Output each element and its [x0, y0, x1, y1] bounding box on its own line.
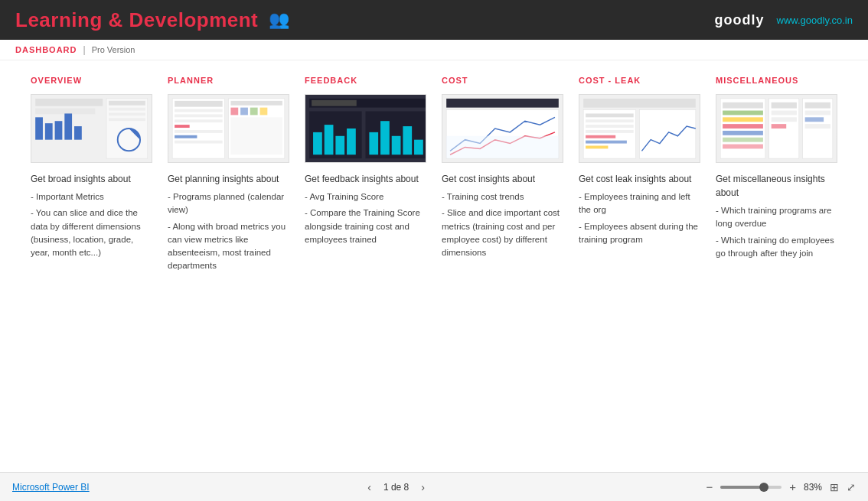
svg-rect-67: [723, 124, 763, 129]
svg-rect-73: [772, 117, 797, 122]
svg-rect-55: [586, 125, 634, 128]
card-cost[interactable]: COST Get cost insights about- Training c…: [442, 76, 563, 275]
zoom-percent: 83%: [804, 482, 822, 493]
footer-center: ‹ 1 de 8 ›: [363, 480, 429, 495]
list-item: - Programs planned (calendar view): [168, 189, 289, 219]
svg-rect-19: [175, 119, 223, 122]
card-description-costleak: Get cost leak insights about- Employees …: [579, 172, 700, 248]
zoom-out-button[interactable]: −: [703, 479, 716, 495]
svg-rect-30: [230, 117, 282, 155]
svg-rect-59: [586, 145, 608, 148]
card-thumbnail-feedback[interactable]: [305, 94, 426, 163]
svg-rect-17: [175, 109, 223, 112]
powerbi-link[interactable]: Microsoft Power BI: [12, 482, 90, 493]
svg-rect-46: [446, 99, 559, 108]
goodly-logo: goodly: [715, 12, 765, 28]
svg-rect-6: [64, 113, 72, 139]
svg-rect-50: [583, 99, 696, 108]
list-item: - Which training do employees go through…: [716, 233, 837, 262]
separator: |: [83, 44, 86, 55]
zoom-slider[interactable]: [720, 486, 782, 489]
card-thumbnail-overview[interactable]: [31, 94, 152, 163]
list-item: - Compare the Training Score alongside t…: [305, 205, 426, 248]
svg-rect-75: [805, 102, 830, 109]
zoom-in-button[interactable]: +: [786, 479, 799, 495]
svg-rect-5: [55, 121, 63, 139]
card-intro-costleak: Get cost leak insights about: [579, 172, 700, 186]
svg-rect-64: [723, 102, 763, 109]
fullscreen-icon[interactable]: ⤢: [847, 481, 856, 493]
svg-rect-25: [230, 101, 282, 106]
card-description-overview: Get broad insights about- Important Metr…: [31, 172, 152, 261]
svg-rect-3: [35, 117, 43, 139]
svg-rect-76: [805, 111, 830, 115]
list-item: - Which training programs are long overd…: [716, 203, 837, 233]
card-description-feedback: Get feedback insights about- Avg Trainin…: [305, 172, 426, 248]
prev-page-button[interactable]: ‹: [363, 480, 376, 495]
svg-rect-4: [45, 123, 53, 140]
card-thumbnail-costleak[interactable]: [579, 94, 700, 163]
footer: Microsoft Power BI ‹ 1 de 8 › − + 83% ⊞ …: [0, 472, 868, 501]
svg-rect-44: [414, 140, 423, 155]
svg-rect-38: [335, 136, 344, 155]
zoom-slider-fill: [720, 486, 760, 489]
svg-rect-72: [772, 111, 797, 115]
card-intro-feedback: Get feedback insights about: [305, 172, 426, 186]
zoom-controls: − + 83%: [703, 479, 822, 495]
card-thumbnail-cost[interactable]: [442, 94, 563, 163]
svg-rect-29: [260, 108, 268, 115]
footer-right: − + 83% ⊞ ⤢: [703, 479, 856, 495]
card-thumbnail-misc[interactable]: [716, 94, 837, 163]
svg-rect-9: [109, 101, 145, 106]
card-category-costleak: COST - LEAK: [579, 76, 700, 85]
card-category-overview: OVERVIEW: [31, 76, 152, 85]
expand-icon[interactable]: ⊞: [830, 481, 839, 493]
svg-rect-41: [380, 121, 390, 155]
card-costleak[interactable]: COST - LEAK Get cost leak insights about…: [579, 76, 700, 275]
goodly-link[interactable]: www.goodly.co.in: [777, 15, 853, 26]
card-category-cost: COST: [442, 76, 563, 85]
svg-rect-42: [392, 136, 401, 155]
cards-grid: OVERVIEW Get broad insights about- Impor…: [31, 76, 837, 275]
svg-rect-53: [586, 113, 634, 117]
card-description-misc: Get miscellaneous insights about- Which …: [716, 172, 837, 262]
header-right: goodly www.goodly.co.in: [715, 12, 853, 28]
card-category-misc: MISCELLANEOUS: [716, 76, 837, 85]
card-intro-overview: Get broad insights about: [31, 172, 152, 186]
main-content: OVERVIEW Get broad insights about- Impor…: [0, 60, 868, 472]
page-header: Learning & Development 👥 goodly www.good…: [0, 0, 868, 40]
zoom-slider-thumb: [759, 483, 768, 492]
svg-rect-7: [74, 126, 82, 140]
page-title: Learning & Development: [15, 8, 258, 32]
svg-rect-22: [175, 135, 197, 138]
card-planner[interactable]: PLANNER Get planning insights about- Pro…: [168, 76, 289, 275]
svg-rect-18: [175, 114, 223, 117]
svg-rect-16: [175, 101, 223, 107]
list-item: - Along with broad metrics you can view …: [168, 219, 289, 275]
list-item: - Employees absent during the training p…: [579, 219, 700, 249]
card-thumbnail-planner[interactable]: [168, 94, 289, 163]
card-misc[interactable]: MISCELLANEOUS: [716, 76, 837, 275]
list-item: - Avg Training Score: [305, 189, 426, 205]
dashboard-label: DASHBOARD: [15, 45, 77, 54]
svg-rect-57: [586, 135, 615, 138]
next-page-button[interactable]: ›: [416, 480, 429, 495]
svg-rect-23: [175, 141, 223, 144]
svg-rect-1: [35, 99, 103, 106]
header-left: Learning & Development 👥: [15, 8, 289, 32]
list-item: - Important Metrics: [31, 189, 152, 205]
svg-rect-15: [172, 99, 224, 158]
svg-rect-43: [403, 126, 412, 155]
card-description-cost: Get cost insights about- Training cost t…: [442, 172, 563, 261]
pro-version-label: Pro Version: [92, 45, 135, 54]
svg-rect-10: [109, 108, 145, 111]
card-overview[interactable]: OVERVIEW Get broad insights about- Impor…: [31, 76, 152, 275]
svg-rect-11: [109, 112, 145, 115]
list-item: - Training cost trends: [442, 189, 563, 205]
page-info: 1 de 8: [383, 482, 409, 493]
svg-rect-54: [586, 119, 634, 122]
svg-rect-20: [175, 125, 190, 128]
card-category-planner: PLANNER: [168, 76, 289, 85]
svg-rect-68: [723, 131, 763, 135]
card-feedback[interactable]: FEEDBACK Get feedback insights about- Av…: [305, 76, 426, 275]
